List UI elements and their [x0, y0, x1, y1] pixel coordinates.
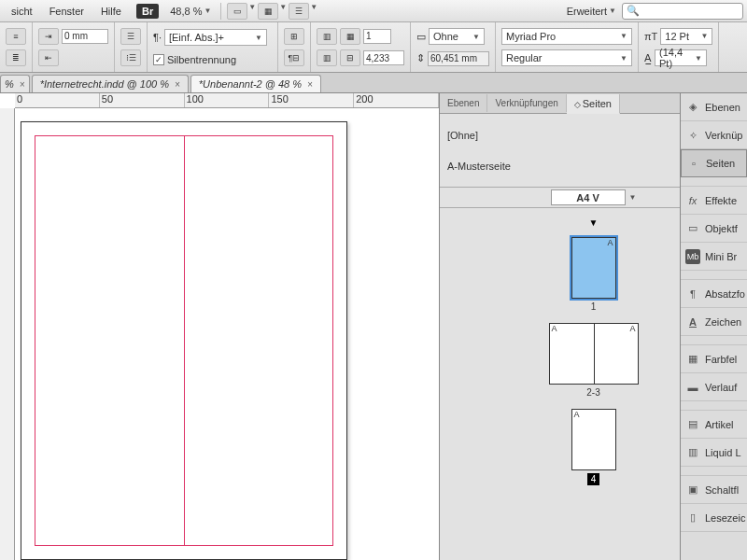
- tab-pages[interactable]: ◇Seiten: [567, 94, 620, 114]
- close-icon[interactable]: ×: [175, 79, 180, 90]
- page-thumbnail-1[interactable]: A: [571, 237, 616, 299]
- view-options-group: ▭▼: [227, 3, 256, 20]
- list-icon[interactable]: ☰: [120, 28, 141, 45]
- page-thumbnail-4[interactable]: A: [571, 409, 616, 470]
- dock-mini-bridge[interactable]: MbMini Br: [681, 243, 747, 271]
- document-tab-1[interactable]: *Internetrecht.indd @ 100 %×: [32, 75, 189, 92]
- bridge-icon: Mb: [685, 249, 700, 264]
- menu-view[interactable]: sicht: [4, 3, 40, 20]
- height-icon: ⇕: [416, 52, 425, 64]
- bridge-icon[interactable]: Br: [136, 4, 159, 19]
- columns-icon[interactable]: ▦: [340, 28, 360, 45]
- paragraph-style-dropdown[interactable]: [Einf. Abs.]+▼: [164, 29, 267, 46]
- page-size-dropdown[interactable]: A4 V: [551, 189, 626, 205]
- dock-character-styles[interactable]: AZeichen: [681, 308, 747, 336]
- pages-icon: ▫: [686, 156, 701, 171]
- chevron-down-icon[interactable]: ▼: [629, 193, 637, 202]
- baseline-icon[interactable]: ⊞: [284, 28, 304, 45]
- align-justify-icon[interactable]: ≣: [6, 49, 26, 66]
- dock-links[interactable]: ⟡Verknüp: [681, 121, 747, 149]
- character-icon: A: [685, 315, 700, 329]
- links-icon: ⟡: [685, 128, 700, 143]
- document-tab-bar: %× *Internetrecht.indd @ 100 %× *Unbenan…: [0, 73, 747, 93]
- para-style-icon: ¶·: [153, 32, 162, 43]
- dock-paragraph-styles[interactable]: ¶Absatzfo: [681, 280, 747, 308]
- bookmarks-icon: ▯: [685, 511, 700, 525]
- liquid-icon: ▥: [685, 445, 700, 460]
- dock-swatches[interactable]: ▦Farbfel: [681, 345, 747, 373]
- gutter-icon[interactable]: ⊟: [340, 49, 360, 66]
- view-settings-icon[interactable]: ☰: [289, 3, 309, 20]
- dock-object-styles[interactable]: ▭Objektf: [681, 215, 747, 243]
- baseline-shift-icon[interactable]: ¶⊟: [284, 49, 304, 66]
- close-icon[interactable]: ×: [20, 79, 25, 90]
- indent-left-icon[interactable]: ⇥: [38, 28, 59, 45]
- leading-icon: A̲: [644, 52, 652, 64]
- dock-layers[interactable]: ◈Ebenen: [681, 93, 747, 121]
- split-columns-icon[interactable]: ▥: [317, 49, 337, 66]
- hyphenation-label: Silbentrennung: [167, 54, 236, 65]
- font-style-dropdown[interactable]: Regular▼: [501, 49, 632, 66]
- main-area: 0 50 100 150 200 Ebenen Verknüpfungen ◇S…: [0, 93, 747, 560]
- tab-layers[interactable]: Ebenen: [440, 94, 487, 112]
- menu-window[interactable]: Fenster: [42, 3, 92, 20]
- spacing-input[interactable]: [363, 50, 404, 65]
- align-left-icon[interactable]: ≡: [6, 28, 26, 45]
- dock-gradient[interactable]: ▬Verlauf: [681, 373, 747, 401]
- ruler-horizontal: 0 50 100 150 200: [15, 93, 439, 108]
- swatches-icon: ▦: [685, 352, 700, 367]
- dock-pages[interactable]: ▫Seiten: [681, 149, 747, 177]
- font-size-dropdown[interactable]: 12 Pt▼: [660, 28, 712, 45]
- column-guide: [184, 135, 185, 546]
- control-bar: ≡ ≣ ⇥ ⇤ ☰ ⁝☰ ¶· [Einf. Abs.]+▼ ✓ Silbent…: [0, 22, 747, 73]
- canvas[interactable]: 0 50 100 150 200: [0, 93, 439, 560]
- dock-bookmarks[interactable]: ▯Lesezeic: [681, 504, 747, 532]
- screen-mode-icon[interactable]: ▭: [227, 3, 247, 20]
- font-dropdown[interactable]: Myriad Pro▼: [501, 28, 632, 45]
- page-number: 2-3: [586, 387, 599, 398]
- shading-icon: ▭: [416, 31, 426, 43]
- dock-buttons[interactable]: ▣Schaltfl: [681, 476, 747, 504]
- leading-dropdown[interactable]: (14,4 Pt)▼: [655, 49, 707, 66]
- tab-suffix[interactable]: %×: [0, 75, 30, 92]
- buttons-icon: ▣: [685, 483, 700, 497]
- effects-icon: fx: [685, 193, 700, 208]
- gradient-icon: ▬: [685, 380, 700, 395]
- page-spread-2-3[interactable]: A A: [549, 323, 639, 385]
- menu-bar: sicht Fenster Hilfe Br 48,8 %▼ ▭▼ ▦▼ ☰▼ …: [0, 0, 747, 22]
- search-box[interactable]: 🔍: [622, 3, 743, 20]
- font-size-icon: πT: [644, 31, 657, 42]
- indent-right-icon[interactable]: ⇤: [38, 49, 59, 66]
- indent-input[interactable]: [62, 29, 108, 44]
- close-icon[interactable]: ×: [307, 79, 313, 90]
- right-dock: ◈Ebenen ⟡Verknüp ▫Seiten fxEffekte ▭Obje…: [680, 93, 747, 560]
- ruler-vertical: [0, 108, 15, 560]
- arrange-group: ▦▼: [258, 3, 287, 20]
- hyphenation-checkbox[interactable]: ✓: [153, 54, 164, 65]
- object-styles-icon: ▭: [685, 221, 700, 236]
- numbered-list-icon[interactable]: ⁝☰: [120, 49, 141, 66]
- options-group: ☰▼: [289, 3, 317, 20]
- menu-help[interactable]: Hilfe: [93, 3, 129, 20]
- span-columns-icon[interactable]: ▥: [317, 28, 337, 45]
- document-page[interactable]: [21, 121, 347, 560]
- height-input[interactable]: [428, 51, 489, 66]
- workspace-dropdown[interactable]: Erweitert▼: [563, 4, 620, 19]
- columns-input[interactable]: [363, 29, 391, 44]
- dock-liquid[interactable]: ▥Liquid L: [681, 439, 747, 467]
- articles-icon: ▤: [685, 417, 700, 432]
- paragraph-icon: ¶: [685, 287, 700, 301]
- page-number: 1: [591, 301, 597, 312]
- dock-effects[interactable]: fxEffekte: [681, 187, 747, 215]
- zoom-dropdown[interactable]: 48,8 %▼: [166, 4, 215, 19]
- arrange-icon[interactable]: ▦: [258, 3, 278, 20]
- shading-dropdown[interactable]: Ohne▼: [429, 28, 485, 45]
- document-tab-2[interactable]: *Unbenannt-2 @ 48 %×: [190, 75, 321, 92]
- page-number: 4: [587, 473, 600, 485]
- search-icon: 🔍: [627, 5, 640, 17]
- layers-icon: ◈: [685, 100, 700, 115]
- dock-articles[interactable]: ▤Artikel: [681, 411, 747, 439]
- tab-links[interactable]: Verknüpfungen: [487, 94, 566, 112]
- search-input[interactable]: [643, 6, 739, 17]
- spread-start-marker: ▼: [589, 217, 599, 228]
